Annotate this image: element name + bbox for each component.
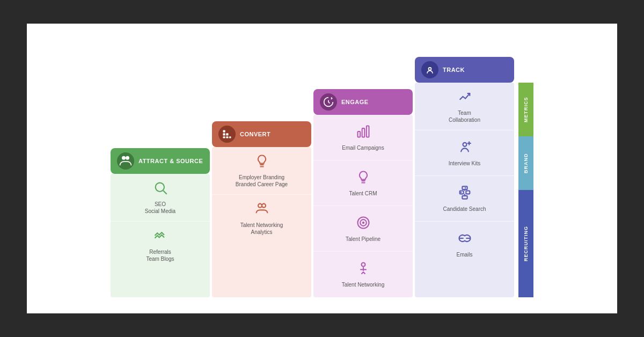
convert-icon-circle [218,126,236,143]
cell-talent-crm: Talent CRM [313,160,413,206]
cell-candidate-search: Candidate Search [415,176,514,222]
sidebar-brand: BRAND [518,136,533,190]
convert-header: CONVERT [212,121,311,147]
emails-icon [457,231,472,248]
referrals-label: ReferralsTeam Blogs [146,248,174,262]
svg-point-21 [429,68,431,70]
svg-point-20 [361,263,365,267]
sidebar-wrapper: METRICS BRAND RECRUITING [518,83,533,297]
chart-up-icon [457,89,472,106]
interview-icon [457,140,472,157]
svg-rect-28 [462,195,467,199]
talent-crm-label: Talent CRM [349,190,377,197]
convert-label: CONVERT [240,131,270,137]
talent-networking-label: Talent Networking [342,281,384,288]
lightbulb-icon [254,153,269,171]
svg-point-19 [362,222,363,223]
bulb-icon [356,170,371,187]
people-icon [254,201,269,218]
svg-rect-6 [223,136,225,138]
employer-branding-label: Employer BrandingBranded Career Page [236,174,288,188]
cell-employer-branding: Employer BrandingBranded Career Page [212,147,311,195]
target-icon [356,215,371,232]
attract-content: SEOSocial Media ReferralsTeam Blogs [111,174,210,297]
cell-seo: SEOSocial Media [111,174,210,222]
svg-rect-5 [223,133,225,135]
track-content: TeamCollaboration Interview Kits [415,83,514,297]
column-convert: CONVERT Employer BrandingBranded Career … [212,115,311,297]
barchart-icon [356,124,371,141]
engage-label: ENGAGE [341,99,369,105]
cell-interview-kits: Interview Kits [415,130,514,176]
engage-header: ENGAGE [313,89,413,115]
candidate-search-label: Candidate Search [443,206,486,213]
column-attract: ATTRACT & SOURCE SEOSocial Media [111,147,210,297]
cell-team-collaboration: TeamCollaboration [415,83,514,130]
cell-email-campaigns: Email Campaigns [313,115,413,160]
svg-rect-8 [226,136,228,138]
talent-pipeline-label: Talent Pipeline [346,236,380,243]
person-down-icon [356,261,371,278]
talent-networking-analytics-label: Talent NetworkingAnalytics [240,222,283,236]
emails-label: Emails [456,251,472,258]
cell-emails: Emails [415,222,514,267]
engage-icon-circle [320,93,337,111]
main-container: ATTRACT & SOURCE SEOSocial Media [27,24,617,313]
svg-rect-9 [229,136,231,138]
handshake-icon [153,228,168,245]
search-icon [153,180,168,197]
svg-rect-27 [466,191,470,194]
svg-point-2 [155,183,164,192]
sidebar-recruiting: RECRUITING [518,190,533,297]
convert-content: Employer BrandingBranded Career Page Tal… [212,147,311,297]
cell-talent-networking: Talent NetworkingAnalytics [212,195,311,242]
attract-label: ATTRACT & SOURCE [138,158,203,164]
cell-referrals: ReferralsTeam Blogs [111,222,210,269]
svg-rect-14 [362,128,364,137]
svg-rect-4 [223,130,225,133]
column-track: TRACK TeamCollaboration [415,50,514,297]
cell-talent-pipeline: Talent Pipeline [313,206,413,252]
svg-point-0 [122,156,126,160]
svg-rect-15 [366,126,369,137]
attract-icon-circle [117,152,134,170]
track-icon-circle [421,61,438,78]
engage-content: Email Campaigns Talent CRM [313,115,413,297]
columns-wrapper: ATTRACT & SOURCE SEOSocial Media [111,34,533,297]
seo-label: SEOSocial Media [145,201,175,215]
interview-kits-label: Interview Kits [449,160,480,167]
column-engage: ENGAGE Email Campaigns [313,83,413,297]
track-label: TRACK [443,67,465,73]
svg-rect-13 [357,131,360,137]
attract-header: ATTRACT & SOURCE [111,148,210,174]
svg-point-22 [463,142,466,146]
email-campaigns-label: Email Campaigns [342,144,384,151]
team-collaboration-label: TeamCollaboration [449,109,480,123]
svg-point-12 [262,204,266,208]
svg-line-3 [163,191,166,194]
svg-rect-7 [226,133,228,135]
candidate-icon [457,185,472,202]
svg-point-1 [126,156,129,160]
track-header: TRACK [415,57,514,83]
sidebar-metrics: METRICS [518,83,533,136]
cell-talent-networking-engage: Talent Networking [313,252,413,297]
